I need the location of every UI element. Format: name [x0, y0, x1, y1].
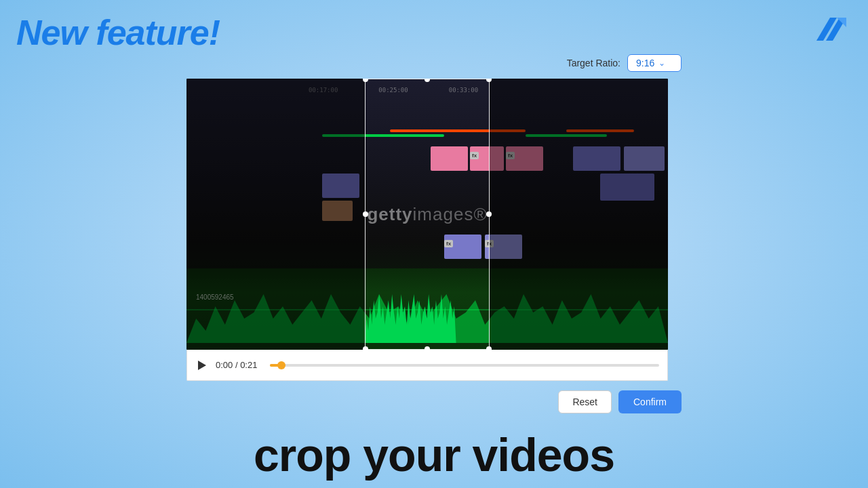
progress-bar[interactable]	[270, 364, 659, 367]
image-id: 1400592465	[196, 293, 234, 301]
waveform-line	[186, 309, 668, 310]
new-feature-heading: New feature!	[16, 12, 220, 53]
timecode-1: 00:17:00	[309, 87, 338, 94]
track-block-purple-right-1	[573, 146, 620, 171]
fx-label-3: fx	[444, 240, 453, 247]
timecode-2: 00:25:00	[378, 87, 408, 94]
track-block-purple-left-1	[322, 174, 359, 198]
reset-button[interactable]: Reset	[558, 390, 612, 413]
waveform-highlight	[365, 282, 456, 343]
track-green-2	[526, 134, 607, 137]
waveform-area	[186, 268, 668, 350]
fx-label-2: fx	[506, 152, 515, 159]
bottom-heading: crop your videos	[0, 428, 868, 481]
ratio-select[interactable]: 9:16 ⌄	[627, 54, 682, 72]
video-background: 00:17:00 00:25:00 00:33:00 fx fx	[186, 79, 668, 350]
track-orange-1	[390, 129, 526, 132]
logo-icon	[811, 12, 852, 49]
ratio-value: 9:16	[636, 58, 654, 68]
content-area: Target Ratio: 9:16 ⌄ 00:17:00 00:25:00 0…	[186, 54, 682, 413]
video-player: 00:17:00 00:25:00 00:33:00 fx fx	[186, 79, 668, 350]
track-block-purple-right-2	[624, 146, 665, 171]
track-block-purple-right-3	[600, 174, 654, 201]
play-button[interactable]	[195, 359, 209, 372]
timecode-bar: 00:17:00 00:25:00 00:33:00	[186, 84, 668, 96]
fx-label-1: fx	[470, 152, 479, 159]
action-buttons-row: Reset Confirm	[186, 390, 682, 413]
play-icon	[198, 361, 206, 370]
video-controls-bar: 0:00 / 0:21	[186, 350, 668, 381]
confirm-button[interactable]: Confirm	[618, 390, 682, 413]
track-block-pink-1	[431, 146, 468, 171]
track-orange-2	[566, 129, 634, 132]
track-block-purple-left-2	[322, 201, 353, 221]
target-ratio-label: Target Ratio:	[567, 58, 620, 68]
timecode-3: 00:33:00	[449, 87, 478, 94]
fx-label-4: fx	[485, 240, 494, 247]
track-green-1	[322, 134, 444, 137]
progress-thumb[interactable]	[277, 361, 285, 369]
target-ratio-row: Target Ratio: 9:16 ⌄	[186, 54, 682, 72]
time-display: 0:00 / 0:21	[216, 360, 263, 370]
chevron-down-icon: ⌄	[658, 58, 665, 68]
